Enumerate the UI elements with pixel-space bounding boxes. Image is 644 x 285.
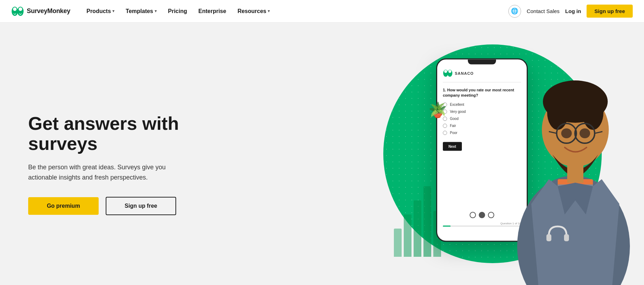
- nav-products[interactable]: Products ▾: [81, 5, 119, 17]
- svg-point-12: [582, 95, 603, 130]
- svg-point-3: [19, 7, 22, 11]
- phone-notch: [468, 60, 496, 65]
- svg-point-18: [561, 128, 572, 138]
- bar-4: [423, 186, 431, 257]
- chevron-down-icon: ▾: [112, 9, 114, 13]
- svg-point-11: [547, 95, 568, 130]
- nav-pricing-label: Pricing: [168, 8, 187, 14]
- bar-1: [394, 229, 402, 257]
- phone-dot-3: [488, 212, 494, 218]
- phone-option-label-4: Fair: [450, 124, 456, 128]
- contact-sales-link[interactable]: Contact Sales: [527, 8, 559, 14]
- logo-link[interactable]: SurveyMonkey: [11, 6, 70, 16]
- phone-next-button[interactable]: Next: [443, 142, 462, 151]
- signup-free-button[interactable]: Sign up free: [106, 197, 176, 215]
- hero-content: Get answers with surveys Be the person w…: [28, 114, 225, 215]
- hero-section: Get answers with surveys Be the person w…: [0, 23, 644, 285]
- logo-icon: [11, 6, 24, 16]
- login-button[interactable]: Log in: [565, 8, 581, 14]
- nav-links: Products ▾ Templates ▾ Pricing Enterpris…: [81, 5, 508, 17]
- hero-title: Get answers with surveys: [28, 114, 225, 154]
- nav-right: 🌐 Contact Sales Log in Sign up free: [508, 5, 633, 18]
- svg-point-2: [13, 7, 17, 11]
- nav-templates[interactable]: Templates ▾: [121, 5, 162, 17]
- hero-buttons: Go premium Sign up free: [28, 197, 225, 215]
- svg-rect-26: [546, 234, 551, 241]
- bar-2: [404, 214, 411, 257]
- chevron-down-icon: ▾: [268, 9, 270, 13]
- phone-radio-4[interactable]: [443, 123, 447, 128]
- phone-dot-1: [470, 212, 476, 218]
- svg-rect-27: [564, 234, 569, 241]
- nav-products-label: Products: [86, 8, 111, 14]
- logo-text: SurveyMonkey: [27, 7, 70, 15]
- phone-option-label-3: Good: [450, 117, 458, 121]
- svg-point-6: [444, 70, 447, 73]
- plant-decoration: 🪴: [428, 101, 447, 119]
- nav-templates-label: Templates: [126, 8, 153, 14]
- nav-pricing[interactable]: Pricing: [163, 5, 192, 17]
- phone-option-label-2: Very good: [450, 110, 466, 114]
- phone-option-label-5: Poor: [450, 131, 457, 135]
- phone-brand-text: SANACO: [455, 71, 474, 75]
- phone-radio-5[interactable]: [443, 131, 447, 135]
- language-selector[interactable]: 🌐: [508, 5, 521, 18]
- phone-brand-icon: [443, 69, 453, 77]
- nav-resources-label: Resources: [237, 8, 266, 14]
- person-illustration: [503, 28, 644, 285]
- hero-subtitle: Be the person with great ideas. Surveys …: [28, 162, 190, 183]
- svg-point-7: [448, 70, 451, 73]
- phone-progress-fill: [443, 226, 451, 227]
- nav-signup-button[interactable]: Sign up free: [587, 5, 633, 18]
- bar-3: [414, 200, 421, 257]
- nav-enterprise-label: Enterprise: [198, 8, 226, 14]
- svg-point-19: [580, 128, 590, 138]
- chevron-down-icon: ▾: [155, 9, 157, 13]
- navbar: SurveyMonkey Products ▾ Templates ▾ Pric…: [0, 0, 644, 23]
- bar-chart: [394, 186, 441, 257]
- headphones-decoration: [545, 223, 570, 245]
- nav-enterprise[interactable]: Enterprise: [193, 5, 231, 17]
- svg-rect-25: [567, 165, 583, 183]
- phone-option-label-1: Excellent: [450, 103, 464, 107]
- nav-resources[interactable]: Resources ▾: [233, 5, 275, 17]
- phone-dot-2: [479, 212, 485, 218]
- go-premium-button[interactable]: Go premium: [28, 197, 99, 215]
- hero-illustration: SANACO 1. How would you rate our most re…: [341, 23, 644, 285]
